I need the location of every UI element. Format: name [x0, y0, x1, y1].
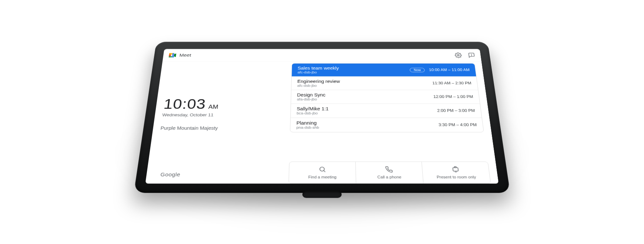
meeting-time: 10:00 AM – 11:00 AM [429, 68, 470, 72]
screen: Meet 10:03 AM [145, 49, 499, 184]
app-title: Meet [179, 52, 191, 57]
action-label: Call a phone [377, 175, 401, 179]
meeting-time: 3:30 PM – 4:00 PM [438, 123, 477, 127]
clock-ampm: AM [208, 104, 218, 110]
meeting-item[interactable]: Sally/Mike 1:1 bca-dsb-jbo 2:00 PM – 3:0… [291, 104, 482, 118]
settings-icon[interactable] [455, 52, 462, 58]
svg-rect-6 [453, 167, 458, 171]
meeting-time: 12:00 PM – 1:00 PM [433, 95, 473, 99]
meeting-code: afa-dsb-jbo [297, 97, 434, 101]
search-icon [319, 166, 326, 174]
meeting-code: pna-dsb-shb [296, 126, 439, 129]
clock-date: Wednesday, October 11 [162, 112, 280, 117]
svg-point-3 [472, 55, 472, 56]
action-bar: Find a meeting Call a phone [289, 162, 491, 184]
call-phone-button[interactable]: Call a phone [355, 162, 423, 183]
meeting-list: Sales team weekly afc-dsb-jbo Now 10:00 … [290, 63, 484, 132]
clock-time: 10:03 [163, 96, 207, 112]
phone-icon [385, 166, 393, 174]
svg-rect-7 [454, 166, 456, 167]
meeting-title: Sally/Mike 1:1 [297, 106, 437, 111]
now-badge: Now [410, 68, 425, 72]
top-bar: Meet [162, 49, 482, 62]
meet-logo-icon [169, 52, 177, 58]
meeting-code: afc-dsb-jbo [298, 71, 410, 74]
meeting-item[interactable]: Design Sync afa-dsb-jbo 12:00 PM – 1:00 … [291, 90, 480, 104]
svg-point-4 [320, 167, 324, 171]
meeting-code: bca-dsb-jbo [296, 111, 437, 115]
meeting-item[interactable]: Planning pna-dsb-shb 3:30 PM – 4:00 PM [290, 118, 483, 132]
action-label: Present to room only [436, 175, 476, 179]
svg-point-1 [457, 54, 459, 56]
meeting-code: afc-dsb-jbo [297, 84, 433, 88]
meeting-title: Design Sync [297, 92, 433, 97]
find-meeting-button[interactable]: Find a meeting [289, 162, 356, 183]
room-name: Purple Mountain Majesty [160, 125, 280, 131]
action-label: Find a meeting [308, 175, 336, 179]
tablet-device: Meet 10:03 AM [134, 42, 510, 193]
feedback-icon[interactable] [468, 52, 476, 58]
meeting-time: 2:00 PM – 3:00 PM [437, 108, 475, 113]
meeting-item[interactable]: Engineering review afc-dsb-jbo 11:30 AM … [291, 76, 478, 89]
present-button[interactable]: Present to room only [422, 162, 491, 183]
present-icon [451, 166, 460, 174]
meeting-time: 11:30 AM – 2:30 PM [432, 81, 472, 85]
svg-line-5 [324, 170, 325, 172]
meeting-title: Sales team weekly [298, 66, 410, 71]
meeting-item-active[interactable]: Sales team weekly afc-dsb-jbo Now 10:00 … [292, 64, 476, 77]
